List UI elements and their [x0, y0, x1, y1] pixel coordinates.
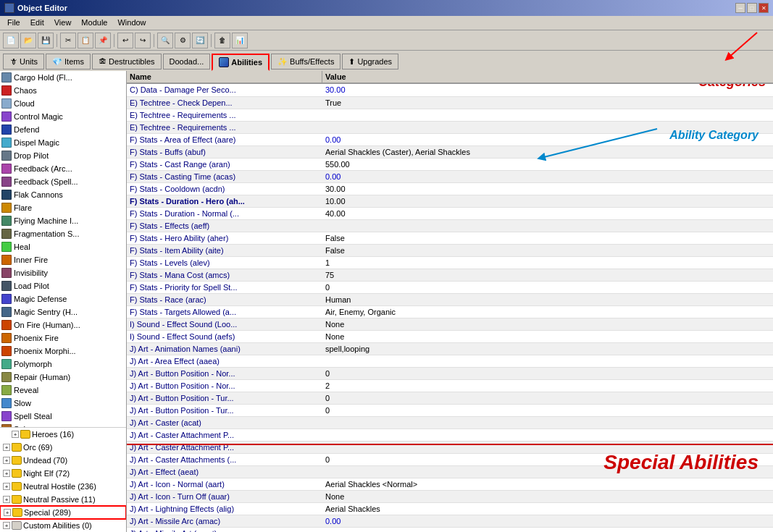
toolbar-copy[interactable]: 📋 — [78, 33, 93, 48]
property-row[interactable]: I) Sound - Effect Sound (Loo...None — [127, 318, 773, 330]
sidebar-ability-item[interactable]: Dispel Magic — [0, 136, 126, 149]
toolbar-save[interactable]: 💾 — [38, 33, 54, 48]
property-row[interactable]: C) Data - Damage Per Seco...30.00 — [127, 84, 773, 96]
sidebar-ability-item[interactable]: Polymorph — [0, 358, 126, 371]
property-row[interactable]: I) Sound - Effect Sound (aefs)None — [127, 330, 773, 342]
sidebar-group-item[interactable]: +Undead (70) — [0, 454, 126, 467]
expand-button[interactable]: + — [3, 483, 10, 490]
property-row[interactable]: J) Art - Button Position - Nor...2 — [127, 379, 773, 392]
sidebar-group-item[interactable]: +Neutral Passive (11) — [0, 493, 126, 506]
menu-edit[interactable]: Edit — [26, 17, 49, 28]
sidebar-group-item[interactable]: +Custom Abilities (0) — [0, 519, 126, 532]
sidebar-ability-item[interactable]: Control Magic — [0, 110, 126, 123]
property-row[interactable]: J) Art - Button Position - Tur...0 — [127, 392, 773, 404]
sidebar-group-item[interactable]: +Heroes (16) — [0, 428, 126, 441]
sidebar-ability-item[interactable]: Flying Machine I... — [0, 214, 126, 227]
property-row[interactable]: E) Techtree - Requirements ... — [127, 109, 773, 121]
toolbar-open[interactable]: 📂 — [20, 33, 36, 48]
sidebar-ability-item[interactable]: Invisibility — [0, 266, 126, 279]
menu-module[interactable]: Module — [77, 17, 112, 28]
toolbar-paste[interactable]: 📌 — [95, 33, 111, 48]
toolbar-cut[interactable]: ✂ — [60, 33, 76, 48]
toolbar-extra1[interactable]: 🗑 — [214, 33, 230, 48]
sidebar-group-item[interactable]: +Night Elf (72) — [0, 467, 126, 480]
sidebar-ability-item[interactable]: Magic Sentry (H... — [0, 305, 126, 318]
sidebar-ability-item[interactable]: Chaos — [0, 84, 126, 97]
property-row[interactable]: F) Stats - Item Ability (aite)False — [127, 244, 773, 256]
property-row[interactable]: F) Stats - Race (arac)Human — [127, 293, 773, 305]
sidebar-ability-item[interactable]: Load Pilot — [0, 279, 126, 292]
property-row[interactable]: F) Stats - Casting Time (acas)0.00 — [127, 170, 773, 182]
expand-button[interactable]: + — [3, 470, 10, 477]
sidebar-group-item[interactable]: +Orc (69) — [0, 441, 126, 454]
sidebar-ability-item[interactable]: Spell Steal — [0, 410, 126, 423]
menu-file[interactable]: File — [3, 17, 25, 28]
menu-view[interactable]: View — [50, 17, 76, 28]
property-row[interactable]: J) Art - Missile Arc (amac)0.00 — [127, 515, 773, 527]
minimize-button[interactable]: ─ — [735, 3, 745, 13]
tab-buffs[interactable]: ✨ Buffs/Effects — [271, 54, 340, 69]
property-row[interactable]: F) Stats - Duration - Hero (ah...10.00 — [127, 195, 773, 207]
property-row[interactable]: J) Art - Caster Attachments (...0 — [127, 453, 773, 465]
menu-window[interactable]: Window — [113, 17, 150, 28]
sidebar-group-item[interactable]: +Neutral Hostile (236) — [0, 480, 126, 493]
sidebar-ability-item[interactable]: Feedback (Arc... — [0, 162, 126, 175]
sidebar-ability-item[interactable]: Flak Cannons — [0, 188, 126, 201]
expand-button[interactable]: + — [3, 496, 10, 503]
property-row[interactable]: F) Stats - Targets Allowed (a...Air, Ene… — [127, 305, 773, 318]
expand-button[interactable]: + — [12, 431, 19, 438]
expand-button[interactable]: + — [3, 457, 10, 464]
tab-upgrades[interactable]: ⬆ Upgrades — [342, 54, 398, 69]
toolbar-search[interactable]: 🔍 — [157, 33, 173, 48]
property-row[interactable]: J) Art - Button Position - Nor...0 — [127, 367, 773, 379]
property-row[interactable]: J) Art - Missile Art (amat) — [127, 527, 773, 532]
tab-destructibles[interactable]: 🏚 Destructibles — [92, 54, 162, 69]
sidebar-ability-item[interactable]: Phoenix Morphi... — [0, 345, 126, 358]
sidebar-ability-item[interactable]: Repair (Human) — [0, 371, 126, 384]
property-row[interactable]: F) Stats - Area of Effect (aare)0.00 — [127, 133, 773, 145]
toolbar-filter[interactable]: ⚙ — [175, 33, 191, 48]
sidebar-ability-item[interactable]: Reveal — [0, 384, 126, 397]
property-row[interactable]: J) Art - Icon - Normal (aart)Aerial Shac… — [127, 478, 773, 490]
property-row[interactable]: F) Stats - Buffs (abuf)Aerial Shackles (… — [127, 145, 773, 158]
property-row[interactable]: F) Stats - Cooldown (acdn)30.00 — [127, 182, 773, 195]
sidebar-ability-item[interactable]: On Fire (Human)... — [0, 318, 126, 332]
property-row[interactable]: F) Stats - Hero Ability (aher)False — [127, 232, 773, 244]
sidebar-ability-item[interactable]: Inner Fire — [0, 253, 126, 266]
property-row[interactable]: F) Stats - Levels (alev)1 — [127, 256, 773, 269]
toolbar-extra2[interactable]: 📊 — [232, 33, 248, 48]
property-row[interactable]: F) Stats - Priority for Spell St...0 — [127, 281, 773, 293]
sidebar-ability-item[interactable]: Phoenix Fire — [0, 332, 126, 345]
property-row[interactable]: E) Techtree - Check Depen...True — [127, 96, 773, 109]
sidebar-ability-item[interactable]: Cloud — [0, 97, 126, 110]
property-row[interactable]: J) Art - Animation Names (aani)spell,loo… — [127, 342, 773, 355]
sidebar-ability-item[interactable]: Fragmentation S... — [0, 227, 126, 240]
expand-button[interactable]: + — [4, 509, 11, 516]
sidebar-ability-item[interactable]: Flare — [0, 201, 126, 214]
property-row[interactable]: J) Art - Caster Attachment P... — [127, 441, 773, 453]
property-row[interactable]: F) Stats - Mana Cost (amcs)75 — [127, 269, 773, 281]
sidebar-ability-item[interactable]: Defend — [0, 123, 126, 136]
property-row[interactable]: J) Art - Area Effect (aaea) — [127, 355, 773, 367]
expand-button[interactable]: + — [3, 444, 10, 451]
tab-items[interactable]: 💎 Items — [46, 54, 91, 69]
sidebar-group-item[interactable]: +Special (289) — [0, 506, 126, 519]
property-row[interactable]: J) Art - Effect (aeat) — [127, 465, 773, 478]
property-row[interactable]: F) Stats - Duration - Normal (...40.00 — [127, 207, 773, 219]
toolbar-refresh[interactable]: 🔄 — [192, 33, 208, 48]
sidebar-ability-item[interactable]: Drop Pilot — [0, 149, 126, 162]
sidebar-ability-item[interactable]: Slow — [0, 397, 126, 410]
sidebar-ability-item[interactable]: Feedback (Spell... — [0, 175, 126, 188]
toolbar-undo[interactable]: ↩ — [117, 33, 133, 48]
property-row[interactable]: E) Techtree - Requirements ... — [127, 121, 773, 133]
tab-doodads[interactable]: Doodad... — [163, 54, 211, 69]
close-button[interactable]: ✕ — [759, 3, 769, 13]
sidebar-ability-item[interactable]: Heal — [0, 240, 126, 253]
property-row[interactable]: F) Stats - Effects (aeff) — [127, 219, 773, 232]
property-row[interactable]: J) Art - Caster (acat) — [127, 416, 773, 428]
expand-button[interactable]: + — [3, 522, 10, 529]
maximize-button[interactable]: □ — [747, 3, 757, 13]
tab-abilities[interactable]: Abilities — [212, 54, 269, 71]
property-row[interactable]: F) Stats - Cast Range (aran)550.00 — [127, 158, 773, 170]
property-row[interactable]: J) Art - Caster Attachment P... — [127, 428, 773, 441]
